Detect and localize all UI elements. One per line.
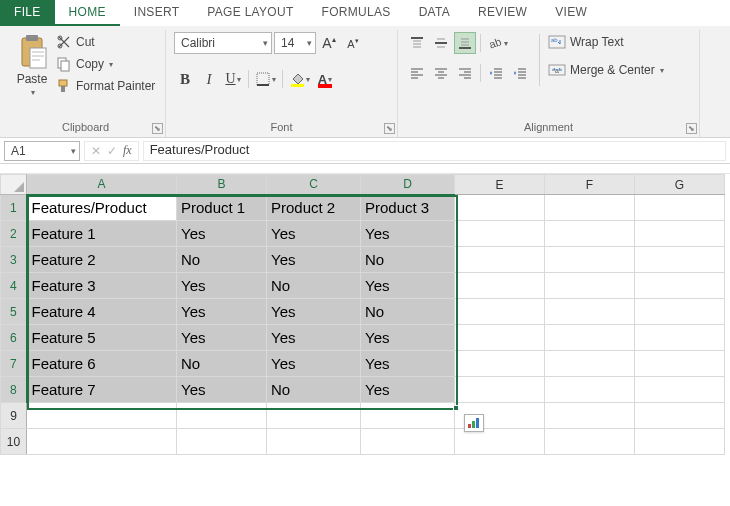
cell[interactable] (361, 429, 455, 455)
cell[interactable]: Features/Product (27, 195, 177, 221)
cell[interactable]: Yes (267, 221, 361, 247)
cell[interactable] (455, 351, 545, 377)
name-box[interactable]: A1 (4, 141, 80, 161)
font-dialog-launcher[interactable]: ⬊ (384, 123, 395, 134)
tab-formulas[interactable]: FORMULAS (308, 0, 405, 26)
cell[interactable] (545, 299, 635, 325)
font-color-button[interactable]: A▾ (314, 68, 336, 90)
cell[interactable] (267, 429, 361, 455)
cell[interactable] (545, 195, 635, 221)
merge-center-button[interactable]: a Merge & Center▾ (548, 60, 664, 80)
cell[interactable]: Yes (361, 377, 455, 403)
italic-button[interactable]: I (198, 68, 220, 90)
row-header[interactable]: 3 (1, 247, 27, 273)
quick-analysis-button[interactable] (464, 414, 484, 432)
cell[interactable] (635, 195, 725, 221)
cell[interactable]: Product 3 (361, 195, 455, 221)
cell[interactable] (361, 403, 455, 429)
cell[interactable]: No (267, 273, 361, 299)
align-top-button[interactable] (406, 32, 428, 54)
cell[interactable] (545, 351, 635, 377)
row-header[interactable]: 9 (1, 403, 27, 429)
column-header[interactable]: D (361, 175, 455, 195)
cell[interactable] (545, 403, 635, 429)
orientation-button[interactable]: ab▾ (485, 32, 510, 54)
cell[interactable]: Feature 1 (27, 221, 177, 247)
tab-file[interactable]: FILE (0, 0, 55, 26)
cell[interactable] (455, 247, 545, 273)
cell[interactable] (455, 325, 545, 351)
column-header[interactable]: G (635, 175, 725, 195)
cell[interactable] (177, 429, 267, 455)
decrease-font-button[interactable]: A▾ (342, 32, 364, 54)
cell[interactable] (177, 403, 267, 429)
cut-button[interactable]: Cut (56, 32, 155, 52)
cell[interactable] (635, 403, 725, 429)
cell[interactable] (267, 403, 361, 429)
align-left-button[interactable] (406, 62, 428, 84)
wrap-text-button[interactable]: ab Wrap Text (548, 32, 664, 52)
align-center-button[interactable] (430, 62, 452, 84)
fill-color-button[interactable]: ▾ (287, 68, 312, 90)
cell[interactable]: Yes (267, 325, 361, 351)
row-header[interactable]: 4 (1, 273, 27, 299)
row-header[interactable]: 2 (1, 221, 27, 247)
cell[interactable] (455, 221, 545, 247)
cell[interactable] (545, 221, 635, 247)
cell[interactable] (27, 403, 177, 429)
cell[interactable]: No (361, 247, 455, 273)
cell[interactable]: Yes (267, 351, 361, 377)
tab-insert[interactable]: INSERT (120, 0, 194, 26)
cell[interactable] (455, 429, 545, 455)
cell[interactable] (455, 273, 545, 299)
cell[interactable]: Yes (361, 221, 455, 247)
paste-button[interactable]: Paste ▾ (14, 32, 50, 119)
tab-view[interactable]: VIEW (541, 0, 601, 26)
select-all-corner[interactable] (1, 175, 27, 195)
align-middle-button[interactable] (430, 32, 452, 54)
column-header[interactable]: C (267, 175, 361, 195)
format-painter-button[interactable]: Format Painter (56, 76, 155, 96)
cell[interactable] (545, 325, 635, 351)
cell[interactable] (635, 247, 725, 273)
cell[interactable] (635, 325, 725, 351)
cell[interactable] (635, 429, 725, 455)
cell[interactable] (545, 273, 635, 299)
cell[interactable] (635, 273, 725, 299)
formula-input[interactable]: Features/Product (143, 141, 726, 161)
row-header[interactable]: 10 (1, 429, 27, 455)
alignment-dialog-launcher[interactable]: ⬊ (686, 123, 697, 134)
cell[interactable] (455, 195, 545, 221)
cell[interactable]: Yes (177, 377, 267, 403)
cell[interactable]: Yes (361, 273, 455, 299)
increase-font-button[interactable]: A▴ (318, 32, 340, 54)
tab-page-layout[interactable]: PAGE LAYOUT (193, 0, 307, 26)
tab-data[interactable]: DATA (405, 0, 464, 26)
enter-formula-icon[interactable]: ✓ (107, 144, 117, 158)
clipboard-dialog-launcher[interactable]: ⬊ (152, 123, 163, 134)
cell[interactable]: Yes (361, 351, 455, 377)
cancel-formula-icon[interactable]: ✕ (91, 144, 101, 158)
row-header[interactable]: 5 (1, 299, 27, 325)
tab-review[interactable]: REVIEW (464, 0, 541, 26)
cell[interactable]: Feature 2 (27, 247, 177, 273)
worksheet-grid[interactable]: ABCDEFG1Features/ProductProduct 1Product… (0, 174, 730, 455)
decrease-indent-button[interactable] (485, 62, 507, 84)
cell[interactable]: Yes (267, 247, 361, 273)
cell[interactable] (545, 377, 635, 403)
cell[interactable]: No (177, 247, 267, 273)
cell[interactable]: No (267, 377, 361, 403)
cell[interactable] (545, 429, 635, 455)
font-name-combo[interactable]: Calibri (174, 32, 272, 54)
increase-indent-button[interactable] (509, 62, 531, 84)
column-header[interactable]: A (27, 175, 177, 195)
row-header[interactable]: 1 (1, 195, 27, 221)
cell[interactable]: Yes (177, 299, 267, 325)
cell[interactable] (27, 429, 177, 455)
align-bottom-button[interactable] (454, 32, 476, 54)
cell[interactable] (635, 351, 725, 377)
cell[interactable]: Feature 6 (27, 351, 177, 377)
align-right-button[interactable] (454, 62, 476, 84)
cell[interactable] (635, 221, 725, 247)
fx-icon[interactable]: fx (123, 143, 132, 158)
